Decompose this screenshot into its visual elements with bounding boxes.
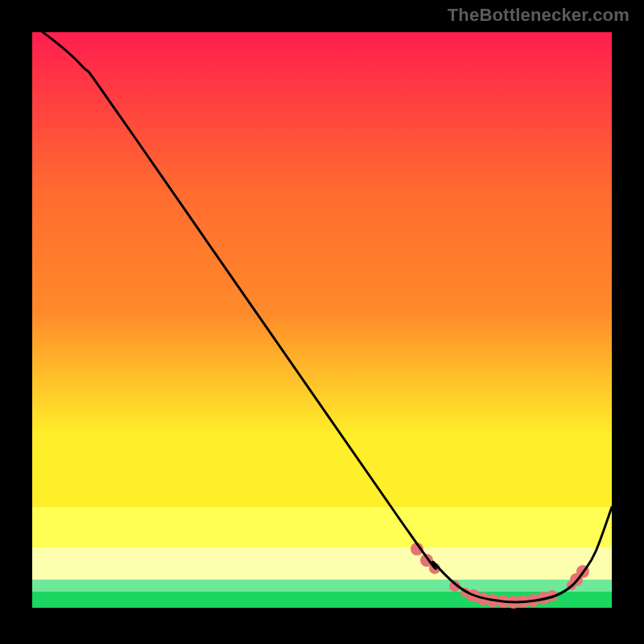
bottleneck-chart — [0, 0, 644, 644]
band — [32, 435, 612, 507]
band — [32, 24, 612, 435]
gradient-bands — [32, 24, 612, 608]
chart-container: TheBottlenecker.com — [0, 0, 644, 644]
plot-area — [32, 24, 612, 609]
band — [32, 507, 612, 547]
watermark-text: TheBottlenecker.com — [448, 5, 630, 26]
band — [32, 580, 612, 592]
band — [32, 547, 612, 580]
